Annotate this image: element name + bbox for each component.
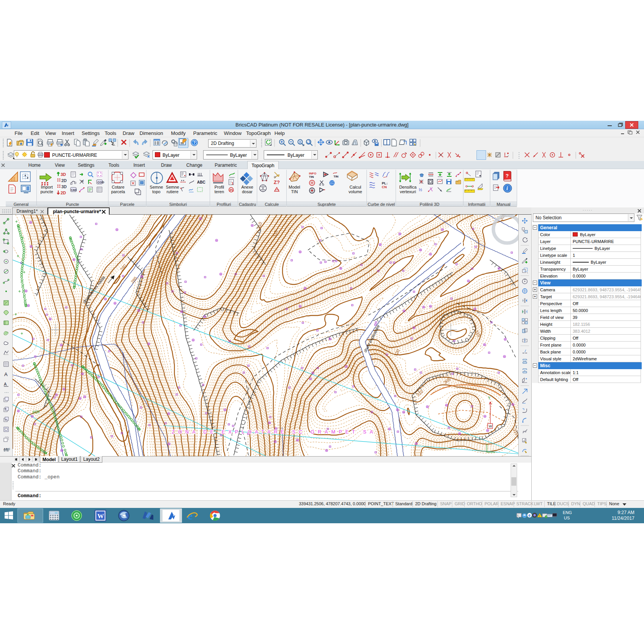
svg-text:INFO: INFO — [309, 172, 316, 175]
svg-text:Z?: Z? — [274, 179, 280, 185]
svg-text:1: 1 — [232, 181, 233, 185]
svg-text:ZONA DE EXPLOATARE SC GRAMPET: ZONA DE EXPLOATARE SC GRAMPET SA — [172, 429, 376, 435]
svg-text:W: W — [489, 424, 492, 428]
svg-text:A: A — [4, 382, 7, 386]
svg-text:N: N — [81, 179, 84, 183]
svg-text:?: ? — [193, 140, 196, 145]
svg-text:3D: 3D — [61, 172, 66, 177]
svg-text:PL↓: PL↓ — [382, 181, 388, 185]
svg-text:⅓: ⅓ — [419, 187, 422, 192]
svg-text:CAD: CAD — [71, 189, 77, 191]
svg-text:CN: CN — [382, 185, 387, 189]
svg-text:280: 280 — [119, 263, 127, 272]
svg-text:ABC: ABC — [197, 180, 205, 184]
svg-text:COD: COD — [97, 181, 104, 184]
svg-text:i: i — [518, 514, 518, 517]
svg-text:W: W — [97, 513, 104, 520]
svg-text:2D: 2D — [61, 178, 67, 183]
svg-text:i: i — [506, 186, 508, 191]
svg-text:315: 315 — [512, 428, 518, 436]
svg-text:TIN: TIN — [309, 175, 314, 179]
svg-text:PL: PL — [230, 188, 234, 192]
svg-text:?: ? — [506, 173, 509, 179]
svg-text:A: A — [4, 371, 8, 377]
svg-text:Y: Y — [488, 396, 491, 400]
svg-text:TIN: TIN — [334, 175, 338, 178]
svg-text:e: e — [528, 513, 531, 518]
svg-text:2D: 2D — [61, 191, 66, 195]
svg-text:!: ! — [539, 514, 540, 518]
svg-text:310: 310 — [256, 222, 263, 230]
svg-text:3D: 3D — [61, 184, 67, 189]
